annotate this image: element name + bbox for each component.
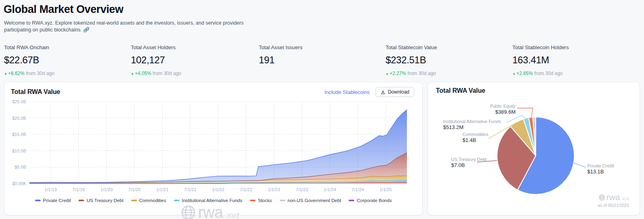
svg-text:$10.0B: $10.0B (12, 148, 26, 153)
stat-change: ▲+2.85% from 30d ago (512, 71, 569, 76)
rwa-watermark: rwa.xyz (181, 203, 240, 219)
stat-label: Total Asset Issuers (259, 44, 302, 50)
up-arrow-icon: ▲ (512, 72, 516, 75)
svg-text:1/1/19: 1/1/19 (44, 187, 57, 192)
legend-color-marker (280, 200, 285, 201)
include-stablecoins-link[interactable]: Include Stablecoins (324, 89, 370, 95)
download-button[interactable]: Download (376, 87, 414, 97)
legend-item-commodities[interactable]: Commodities (131, 198, 166, 203)
svg-text:7/1/24: 7/1/24 (352, 187, 364, 192)
stat-total-stablecoin-value: Total Stablecoin Value $232.51B ▲+2.27% … (386, 44, 437, 76)
pie-label-public-equity: Public Equity $389.6M (490, 103, 516, 115)
stat-value: $22.67B (4, 54, 54, 66)
legend-color-marker (250, 200, 256, 201)
globe-icon (599, 194, 605, 201)
stat-label: Total Stablecoin Value (386, 44, 437, 50)
svg-text:7/1/21: 7/1/21 (184, 187, 196, 192)
stat-total-asset-holders: Total Asset Holders 102,127 ▲+4.05% from… (131, 44, 181, 76)
area-card-title: Total RWA Value (11, 88, 60, 96)
pie-label-institutional-alternative-funds: Institutional Alternative Funds $513.2M (443, 119, 501, 130)
legend-item-institutional-alternative-funds[interactable]: Institutional Alternative Funds (174, 198, 242, 203)
legend-color-marker (78, 200, 84, 201)
svg-text:$25.0B: $25.0B (12, 99, 26, 104)
legend-color-marker (174, 200, 180, 201)
svg-text:$15.0B: $15.0B (12, 132, 26, 137)
legend-color-marker (349, 200, 354, 201)
stat-value: 163.41M (512, 54, 569, 66)
stat-total-rwa-onchain: Total RWA Onchain $22.67B ▲+6.62% from 3… (4, 44, 54, 76)
stat-value: 191 (259, 54, 302, 66)
up-arrow-icon: ▲ (131, 72, 134, 75)
total-rwa-value-pie-card: Total RWA Value Public Equity $389.6M In… (427, 82, 640, 215)
stat-change: ▲+4.05% from 30d ago (131, 71, 181, 76)
svg-text:1/1/22: 1/1/22 (212, 187, 225, 192)
total-rwa-value-area-card: Total RWA Value Include Stablecoins Down… (4, 82, 423, 215)
stacked-area-chart[interactable]: $25.0B$20.0B$15.0B$10.0B$5.0B$0.00K1/1/1… (4, 98, 423, 198)
page-title: Global Market Overview (4, 3, 123, 16)
legend-item-private-credit[interactable]: Private Credit (35, 198, 71, 203)
up-arrow-icon: ▲ (386, 72, 389, 75)
stat-change: ▲+6.62% from 30d ago (4, 71, 54, 76)
svg-text:$5.0B: $5.0B (14, 165, 26, 169)
svg-text:1/1/23: 1/1/23 (268, 187, 280, 192)
pie-slices (497, 117, 574, 194)
pie-label-private-credit: Private Credit $13.1B (587, 163, 614, 175)
stat-label: Total RWA Onchain (4, 44, 54, 50)
rwa-watermark: rwa.xyz as of 05/21/2025 (598, 192, 629, 208)
svg-text:7/1/20: 7/1/20 (128, 187, 141, 192)
globe-icon (181, 205, 196, 219)
y-axis-labels: $25.0B$20.0B$15.0B$10.0B$5.0B$0.00K (12, 99, 27, 186)
svg-text:1/1/20: 1/1/20 (100, 187, 113, 192)
stat-change: ▲+2.27% from 30d ago (386, 71, 437, 76)
svg-text:1/1/25: 1/1/25 (380, 187, 392, 192)
svg-text:7/1/19: 7/1/19 (72, 187, 85, 192)
stat-total-asset-issuers: Total Asset Issuers 191 ▲ (259, 44, 302, 66)
svg-text:7/1/23: 7/1/23 (296, 187, 308, 192)
stat-label: Total Stablecoin Holders (512, 44, 569, 50)
pie-label-commodities: Commodities $1.4B (462, 131, 488, 143)
as-of-date: as of 05/21/2025 (598, 203, 629, 208)
svg-text:7/1/22: 7/1/22 (240, 187, 252, 192)
svg-text:1/1/21: 1/1/21 (156, 187, 169, 192)
legend-color-marker (35, 200, 41, 201)
page-subtitle: Welcome to RWA.xyz. Explore tokenized re… (4, 20, 266, 33)
svg-text:$20.0B: $20.0B (12, 116, 26, 121)
up-arrow-icon: ▲ (4, 72, 7, 75)
chart-legend: Private CreditUS Treasury DebtCommoditie… (4, 198, 422, 203)
legend-item-us-treasury-debt[interactable]: US Treasury Debt (78, 198, 123, 203)
legend-item-non-us-government-debt[interactable]: non-US Government Debt (280, 198, 341, 203)
stat-value: 102,127 (131, 54, 181, 66)
legend-item-corporate-bonds[interactable]: Corporate Bonds (349, 198, 392, 203)
stat-label: Total Asset Holders (131, 44, 181, 50)
legend-color-marker (131, 200, 137, 201)
pie-label-us-treasury-debt: US Treasury Debt $7.0B (451, 156, 486, 168)
x-axis-labels: 1/1/197/1/191/1/207/1/201/1/217/1/211/1/… (44, 187, 392, 192)
download-icon (380, 90, 386, 95)
stat-value: $232.51B (386, 54, 437, 66)
legend-item-stocks[interactable]: Stocks (250, 198, 272, 203)
svg-text:1/1/24: 1/1/24 (324, 187, 336, 192)
stat-total-stablecoin-holders: Total Stablecoin Holders 163.41M ▲+2.85%… (512, 44, 569, 76)
svg-text:$0.00K: $0.00K (12, 181, 27, 186)
